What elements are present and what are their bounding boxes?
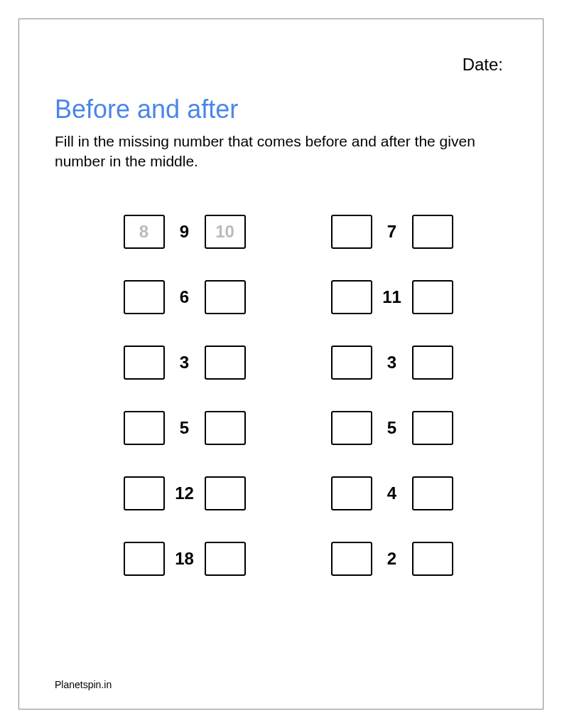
problem-row: 8 9 10 (124, 215, 246, 249)
after-box[interactable] (412, 542, 453, 576)
before-box[interactable] (124, 346, 165, 380)
problem-grid: 8 9 10 6 3 5 12 (55, 215, 507, 576)
before-box[interactable] (124, 476, 165, 510)
problem-row: 12 (124, 476, 246, 510)
before-box[interactable] (124, 280, 165, 314)
given-number: 5 (172, 418, 198, 438)
footer-attribution: Planetspin.in (55, 679, 112, 690)
before-box[interactable] (124, 542, 165, 576)
after-box[interactable] (205, 411, 246, 445)
right-column: 7 11 3 5 4 (331, 215, 453, 576)
problem-row: 3 (331, 346, 453, 380)
left-column: 8 9 10 6 3 5 12 (124, 215, 246, 576)
after-box[interactable] (412, 411, 453, 445)
after-box[interactable] (412, 280, 453, 314)
given-number: 3 (379, 353, 405, 373)
problem-row: 18 (124, 542, 246, 576)
given-number: 4 (379, 483, 405, 503)
given-number: 18 (172, 549, 198, 569)
after-box[interactable] (205, 346, 246, 380)
problem-row: 5 (331, 411, 453, 445)
worksheet-title: Before and after (55, 95, 507, 124)
after-box[interactable] (205, 542, 246, 576)
before-box[interactable] (331, 215, 372, 249)
given-number: 12 (172, 483, 198, 503)
before-box[interactable] (331, 280, 372, 314)
before-box[interactable]: 8 (124, 215, 165, 249)
problem-row: 2 (331, 542, 453, 576)
given-number: 2 (379, 549, 405, 569)
date-label: Date: (55, 55, 507, 75)
after-box[interactable] (412, 476, 453, 510)
after-box[interactable] (205, 476, 246, 510)
after-box[interactable] (412, 346, 453, 380)
given-number: 3 (172, 353, 198, 373)
given-number: 6 (172, 287, 198, 307)
before-box[interactable] (124, 411, 165, 445)
problem-row: 4 (331, 476, 453, 510)
before-box[interactable] (331, 346, 372, 380)
given-number: 5 (379, 418, 405, 438)
problem-row: 3 (124, 346, 246, 380)
worksheet-instructions: Fill in the missing number that comes be… (55, 132, 507, 172)
before-box[interactable] (331, 411, 372, 445)
before-box[interactable] (331, 476, 372, 510)
problem-row: 5 (124, 411, 246, 445)
worksheet-page: Date: Before and after Fill in the missi… (18, 18, 544, 710)
problem-row: 6 (124, 280, 246, 314)
problem-row: 7 (331, 215, 453, 249)
given-number: 7 (379, 222, 405, 242)
before-box[interactable] (331, 542, 372, 576)
problem-row: 11 (331, 280, 453, 314)
after-box[interactable] (205, 280, 246, 314)
after-box[interactable] (412, 215, 453, 249)
given-number: 11 (379, 287, 405, 307)
after-box[interactable]: 10 (205, 215, 246, 249)
given-number: 9 (172, 222, 198, 242)
